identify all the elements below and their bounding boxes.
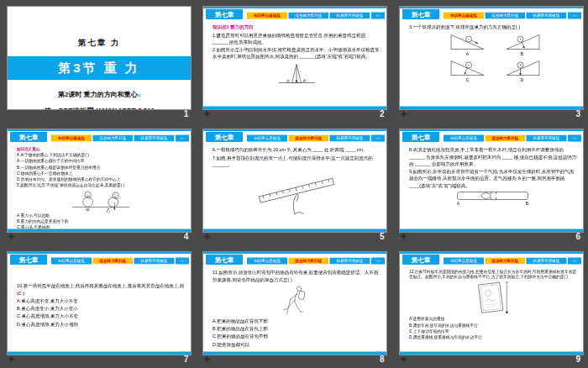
ruler-on-finger-diagram xyxy=(242,169,351,216)
tab-improve-practice: 综合能力提升练 xyxy=(485,135,525,142)
option-label-b: B xyxy=(520,50,523,55)
tab-breakthrough-practice: 拓展探究突破练 xyxy=(134,258,175,265)
animation-star-icon xyxy=(400,233,407,240)
question-12-option-c: C.上下移动年画的位置 xyxy=(409,329,577,334)
question-4-option-b: B.一切物体的重心都是该物体所受重力的作用点 xyxy=(17,165,185,170)
question-5-option-b: B.重力的方向总是竖直向下的 xyxy=(17,218,185,223)
chapter-badge: 第七章 xyxy=(10,255,47,265)
tab-breakthrough-practice: 拓展探究突破练 xyxy=(330,13,370,19)
chapter-badge: 第七章 xyxy=(206,255,243,265)
slide-number: 7 xyxy=(184,355,189,364)
level-label-b: B xyxy=(525,201,528,206)
question-5-option-a: A.重力小,可以忽略 xyxy=(17,213,185,218)
bottom-accent-bar xyxy=(203,229,386,233)
slide-8-thumbnail[interactable]: 第七章 知识要点基础练 综合能力提升练 拓展探究突破练 -○- 11.如图所示,… xyxy=(202,251,387,355)
cell-1: 第七章 力 第3节 重 力 第2课时 重力的方向和重心v 第一PPT模板网-WW… xyxy=(0,0,196,123)
animation-star-icon xyxy=(400,355,407,363)
chapter-title: 第七章 力 xyxy=(8,37,191,48)
section-tabs: 知识要点基础练 综合能力提升练 拓展探究突破练 -○- xyxy=(247,13,385,19)
tab-basic-practice: 知识要点基础练 xyxy=(51,258,92,265)
question-11-option-c: C.把重的物品放在背包中部 xyxy=(213,333,381,339)
section-tabs: 知识要点基础练 综合能力提升练 拓展探究突破练 -○- xyxy=(247,135,385,142)
hiker-diagram xyxy=(271,284,323,318)
tab-basic-practice: 知识要点基础练 xyxy=(444,258,484,265)
question-4-option-d: D.质地分布均匀、形状规则的物体的重心在它的几何中心上 xyxy=(17,176,185,181)
tab-basic-practice: 知识要点基础练 xyxy=(444,135,484,142)
bottom-accent-bar xyxy=(8,352,191,355)
animation-star-icon xyxy=(400,110,407,118)
animation-star-icon xyxy=(8,355,15,363)
tab-end-marker: -○- xyxy=(176,258,189,265)
bottom-accent-bar xyxy=(8,229,191,233)
cell-6: 第七章 知识要点基础练 综合能力提升练 拓展探究突破练 -○- 8.表演走钢丝的… xyxy=(392,123,588,245)
question-6: 6.一根粗细均匀的铁棒全长为 20 cm 长,其重心为 ____ 处,距两端 _… xyxy=(213,146,381,153)
question-3: 3.一个铁球沿斜面滚下,铁球所受重力的方向正确的是( ) xyxy=(409,24,577,30)
slide-1-thumbnail[interactable]: 第七章 力 第3节 重 力 第2课时 重力的方向和重心v 第一PPT模板网-WW… xyxy=(7,6,192,110)
tab-basic-practice: 知识要点基础练 xyxy=(247,13,287,19)
slide-9-thumbnail[interactable]: 第七章 知识要点基础练 综合能力提升练 拓展探究突破练 -○- 12.过春节时贴… xyxy=(399,251,584,355)
slide-6-thumbnail[interactable]: 第七章 知识要点基础练 综合能力提升练 拓展探究突破练 -○- 8.表演走钢丝的… xyxy=(399,129,584,233)
option-label-a: A xyxy=(465,50,469,55)
cell-9: 第七章 知识要点基础练 综合能力提升练 拓展探究突破练 -○- 12.过春节时贴… xyxy=(392,245,588,368)
slide-number: 8 xyxy=(380,355,385,364)
slide-7-thumbnail[interactable]: 第七章 知识要点基础练 综合能力提升练 拓展探究突破练 -○- 10.将一块砖先… xyxy=(7,251,192,355)
question-12-option-a: A.使用质量大的重锤 xyxy=(409,317,577,322)
label-right: 右 xyxy=(303,77,307,82)
cell-3: 第七章 知识要点基础练 综合能力提升练 拓展探究突破练 -○- 3.一个铁球沿斜… xyxy=(392,0,588,123)
section-tabs: 知识要点基础练 综合能力提升练 拓展探究突破练 -○- xyxy=(247,258,385,265)
tab-breakthrough-practice: 拓展探究突破练 xyxy=(134,135,175,142)
question-10-option-a: A.重心高度不变,重力大小不变 xyxy=(17,297,185,304)
question-10-option-d: D.重心高度增加,重力大小增加 xyxy=(17,320,185,327)
animation-star-icon xyxy=(203,233,211,240)
lesson-title-banner: 第3节 重 力 xyxy=(8,56,191,80)
cell-5: 第七章 知识要点基础练 综合能力提升练 拓展探究突破练 -○- 6.一根粗细均匀… xyxy=(196,123,391,245)
tab-basic-practice: 知识要点基础练 xyxy=(51,135,92,142)
tab-end-marker: -○- xyxy=(568,13,581,19)
tab-improve-practice: 综合能力提升练 xyxy=(92,135,133,142)
slide-3-thumbnail[interactable]: 第七章 知识要点基础练 综合能力提升练 拓展探究突破练 -○- 3.一个铁球沿斜… xyxy=(399,6,584,110)
slide-5-thumbnail[interactable]: 第七章 知识要点基础练 综合能力提升练 拓展探究突破练 -○- 6.一根粗细均匀… xyxy=(202,129,387,233)
figure-label-yi: 乙 xyxy=(107,208,111,213)
slide-number: 3 xyxy=(575,109,580,118)
slide-number: 2 xyxy=(380,109,385,118)
incline-ball-diagrams: A B xyxy=(434,31,552,83)
option-label-c: C xyxy=(465,76,469,81)
tab-improve-practice: 综合能力提升练 xyxy=(485,13,525,19)
question-12: 12.过春节时贴年画是我国的传统习俗,想要在墙壁上贴正长方形年画时,可利用重垂线… xyxy=(409,269,577,280)
spirit-level-diagram: A B xyxy=(449,190,537,207)
slide-2-thumbnail[interactable]: 第七章 知识要点基础练 综合能力提升练 拓展探究突破练 -○- 知识点1 重力的… xyxy=(202,6,387,110)
tab-improve-practice: 综合能力提升练 xyxy=(289,258,329,265)
cell-8: 第七章 知识要点基础练 综合能力提升练 拓展探究突破练 -○- 11.如图所示,… xyxy=(196,245,391,368)
knowledge-point-heading: 知识点2 重心 xyxy=(17,146,185,151)
template-credit: 第一PPT模板网-WWW.1PPT.COM xyxy=(8,107,191,111)
tab-breakthrough-practice: 拓展探究突破练 xyxy=(330,135,370,142)
lesson-subtitle: 第2课时 重力的方向和重心v xyxy=(8,90,191,99)
question-11-option-d: D.随意摆放都可以 xyxy=(213,340,381,347)
question-1: 1.建造房屋时可以用悬挂重物的细线检查墙壁是否竖直,所用的重垂线是根据 ____… xyxy=(213,31,381,45)
tab-breakthrough-practice: 拓展探究突破练 xyxy=(526,135,566,142)
tab-basic-practice: 知识要点基础练 xyxy=(247,258,287,265)
chapter-badge: 第七章 xyxy=(402,132,439,143)
tab-improve-practice: 综合能力提升练 xyxy=(289,135,329,142)
question-2: 2.如图所示是小明自制的水平仪,用它检查桌面是否水平。小明使用该水平仪检查某水平… xyxy=(213,46,381,60)
tab-end-marker: -○- xyxy=(371,258,385,265)
bottom-accent-bar xyxy=(400,229,583,233)
bottom-accent-bar xyxy=(400,352,583,355)
question-12-option-d: D.调整重垂线,使重垂线与年画的长边平行 xyxy=(409,334,577,339)
slide-4-thumbnail[interactable]: 第七章 知识要点基础练 综合能力提升练 拓展探究突破练 -○- 知识点2 重心 … xyxy=(7,129,192,233)
figure-label-jia: 甲 xyxy=(86,208,90,213)
tab-end-marker: -○- xyxy=(371,135,385,142)
slide-sorter-grid: 第七章 力 第3节 重 力 第2课时 重力的方向和重心v 第一PPT模板网-WW… xyxy=(0,0,588,368)
section-tabs: 知识要点基础练 综合能力提升练 拓展探究突破练 -○- xyxy=(51,258,189,265)
slide-number: 1 xyxy=(184,109,189,118)
slide-number: 6 xyxy=(575,232,580,241)
chapter-badge: 第七章 xyxy=(206,9,243,20)
question-10-option-b: B.重心高度变小,重力大小变小 xyxy=(17,305,185,312)
tab-end-marker: -○- xyxy=(568,135,581,142)
section-tabs: 知识要点基础练 综合能力提升练 拓展探究突破练 -○- xyxy=(444,13,581,19)
tab-improve-practice: 综合能力提升练 xyxy=(289,13,329,19)
slide-number: 9 xyxy=(575,355,580,364)
chapter-badge: 第七章 xyxy=(10,132,47,143)
tab-basic-practice: 知识要点基础练 xyxy=(444,13,484,19)
question-5: 5.如图所示,玩具“不倒翁”被扳倒后总会自动立起来,其奥妙是( ) xyxy=(17,183,185,188)
